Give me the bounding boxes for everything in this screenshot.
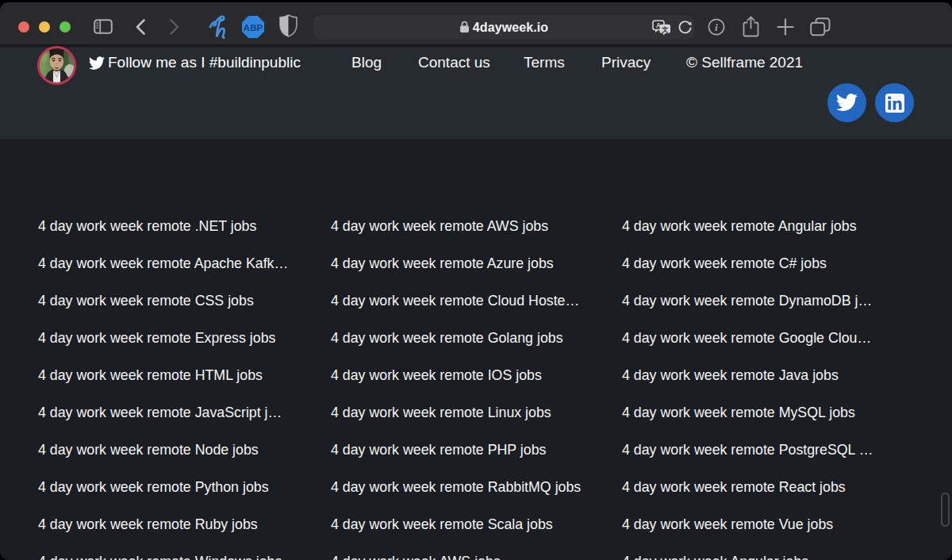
svg-text:文: 文 xyxy=(662,25,669,33)
svg-text:i: i xyxy=(715,21,718,33)
svg-text:ABP: ABP xyxy=(244,23,263,33)
